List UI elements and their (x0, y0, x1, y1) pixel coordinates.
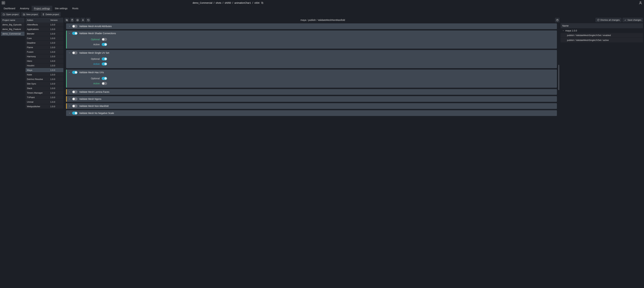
validator-title: Validate Mesh Shader Connections (79, 32, 116, 35)
addon-row[interactable]: Webpublisher1.0.0 (26, 104, 63, 109)
chevron-right-icon[interactable] (68, 91, 70, 93)
changes-tree-parent[interactable]: maya 1.0.0 (560, 28, 643, 33)
tab-roots[interactable]: Roots (70, 6, 81, 11)
addon-row[interactable]: Aftereffects1.0.0 (26, 23, 63, 27)
optional-label: Optional (91, 58, 100, 60)
validator-title: Validate Mesh Has UVs (79, 71, 104, 74)
enable-toggle[interactable] (72, 104, 78, 107)
chevron-down-icon[interactable] (68, 52, 70, 54)
validator-row: Validate Mesh Ngons (66, 96, 557, 102)
project-name-header: Project name (1, 18, 24, 23)
change-row[interactable]: publish / ValidateMeshSingleUVSet / acti… (560, 38, 643, 43)
optional-toggle[interactable] (102, 77, 107, 80)
enable-toggle[interactable] (72, 112, 78, 115)
validator-title: Validate Mesh Non-Manifold (79, 105, 108, 107)
addon-row[interactable]: Slack1.0.0 (26, 86, 63, 91)
addon-row[interactable]: Hiero1.0.0 (26, 59, 63, 63)
addon-row[interactable]: Fusion1.0.0 (26, 50, 63, 54)
optional-label: Optional (91, 77, 100, 80)
active-label: Active (93, 43, 100, 46)
enable-toggle[interactable] (72, 71, 78, 74)
project-row[interactable]: demo_Big_Feature (1, 27, 24, 32)
addon-row[interactable]: Flame1.0.0 (26, 45, 63, 50)
active-toggle[interactable] (102, 43, 107, 46)
validator-row: Validate Mesh Single UV Set Optional Act… (66, 50, 557, 68)
active-toggle[interactable] (102, 82, 107, 85)
addon-row[interactable]: Core1.0.0 (26, 36, 63, 41)
project-row[interactable]: demo_Big_Episodic (1, 23, 24, 27)
validator-row: Validate Mesh Shader Connections Optiona… (66, 31, 557, 49)
open-project-button[interactable]: Open project (1, 12, 20, 17)
change-row[interactable]: publish / ValidateMeshSingleUVSet / enab… (560, 33, 643, 38)
scrollbar[interactable] (558, 65, 559, 90)
history-button[interactable] (86, 18, 90, 22)
chevron-down-icon[interactable] (68, 32, 70, 34)
validator-title: Validate Mesh No Negative Scale (79, 112, 114, 114)
validator-title: Validate Mesh Ngons (79, 98, 101, 100)
tab-site-settings[interactable]: Site settings (52, 6, 70, 11)
user-icon[interactable] (638, 1, 642, 5)
validator-title: Validate Mesh Single UV Set (79, 52, 109, 54)
svg-point-2 (640, 2, 641, 3)
breadcrumb: demo_Commercial/ shots/ sh050/ animation… (193, 2, 264, 4)
chevron-down-icon[interactable] (68, 71, 70, 73)
enable-toggle[interactable] (72, 90, 78, 93)
chevron-right-icon[interactable] (68, 25, 70, 27)
addon-row[interactable]: Blender1.0.0 (26, 32, 63, 36)
enable-toggle[interactable] (72, 25, 78, 28)
addon-row[interactable]: Unreal1.0.0 (26, 100, 63, 104)
pin-button[interactable] (80, 18, 85, 22)
chevron-down-icon (562, 30, 564, 32)
tab-anatomy[interactable]: Anatomy (18, 6, 32, 11)
validator-title: Validate Mesh Lamina Faces (79, 91, 110, 93)
optional-label: Optional (91, 38, 100, 41)
validator-row: Validate Mesh No Negative Scale (66, 110, 557, 116)
copy-icon[interactable] (261, 2, 264, 4)
dismiss-changes-button[interactable]: Dismiss all changes (596, 18, 622, 22)
addon-header: Addon (27, 19, 50, 21)
app-logo[interactable] (2, 1, 5, 5)
new-project-button[interactable]: New project (21, 12, 40, 17)
paste-button[interactable] (70, 18, 74, 22)
chevron-right-icon[interactable] (68, 105, 70, 107)
addon-row[interactable]: Maya1.0.0 (26, 68, 63, 73)
addon-row[interactable]: Deadline1.0.0 (26, 41, 63, 45)
delete-project-button[interactable]: Delete project (40, 12, 61, 17)
addon-row[interactable]: TVPaint1.0.0 (26, 95, 63, 100)
active-toggle[interactable] (102, 62, 107, 65)
active-label: Active (93, 63, 100, 65)
validator-row: Validate Mesh Has UVs Optional Active (66, 70, 557, 88)
copy-button[interactable] (64, 18, 69, 22)
chevron-right-icon[interactable] (68, 98, 70, 100)
help-button[interactable] (555, 18, 560, 22)
addon-row[interactable]: DaVinci Resolve1.0.0 (26, 77, 63, 82)
optional-toggle[interactable] (102, 38, 107, 41)
clear-button[interactable] (75, 18, 80, 22)
enable-toggle[interactable] (72, 51, 78, 54)
validator-row: Validate Mesh Non-Manifold (66, 103, 557, 109)
save-changes-button[interactable]: Save changes (622, 18, 643, 22)
optional-toggle[interactable] (102, 57, 107, 60)
addon-row[interactable]: Site Sync1.0.0 (26, 82, 63, 86)
enable-toggle[interactable] (72, 97, 78, 100)
addon-row[interactable]: Harmony1.0.0 (26, 54, 63, 59)
validator-row: Validate Mesh Lamina Faces (66, 89, 557, 95)
changes-name-header: Name (560, 23, 643, 28)
tab-dashboard[interactable]: Dashboard (1, 6, 18, 11)
project-row[interactable]: demo_Commercial (1, 32, 24, 36)
validator-title: Validate Mesh Arnold Attributes (79, 25, 112, 28)
addon-row[interactable]: Applications1.0.0 (26, 27, 63, 32)
validator-row: Validate Mesh Arnold Attributes (66, 23, 557, 29)
settings-path: maya/publish/ValidateMeshNonManifold (300, 19, 345, 21)
addon-row[interactable]: Nuke1.0.0 (26, 73, 63, 77)
active-label: Active (93, 82, 100, 85)
addon-row[interactable]: Timers Manager1.0.0 (26, 91, 63, 95)
addon-row[interactable]: Houdini1.0.0 (26, 63, 63, 68)
version-header: Version (50, 19, 62, 21)
enable-toggle[interactable] (72, 32, 78, 35)
chevron-right-icon[interactable] (68, 112, 70, 114)
tab-project-settings[interactable]: Project settings (32, 6, 52, 11)
